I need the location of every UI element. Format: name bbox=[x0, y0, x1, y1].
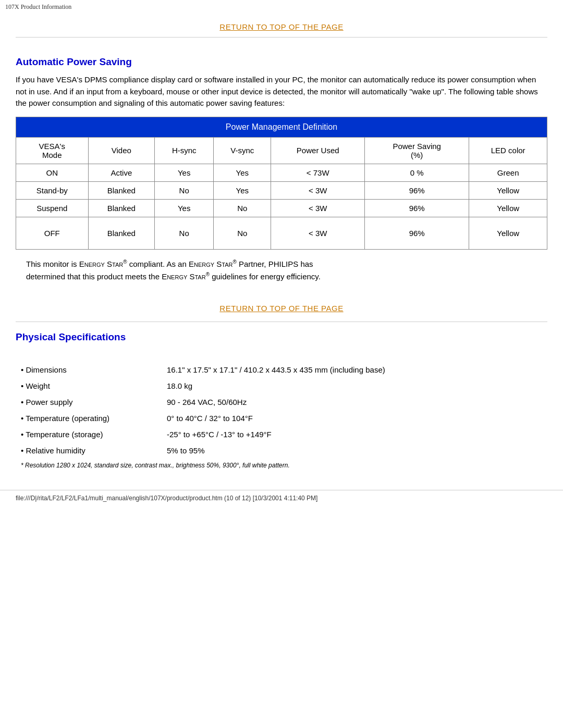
table-cell: Blanked bbox=[88, 181, 155, 199]
auto-power-saving-intro: If you have VESA's DPMS compliance displ… bbox=[16, 74, 547, 109]
energy-star-text: This monitor is Energy Star® compliant. … bbox=[26, 258, 547, 283]
col-header-power-saving: Power Saving(%) bbox=[365, 137, 469, 164]
col-header-led-color: LED color bbox=[469, 137, 547, 164]
col-header-mode: VESA'sMode bbox=[16, 137, 89, 164]
table-cell: OFF bbox=[16, 217, 89, 249]
specs-footnote: * Resolution 1280 x 1024, standard size,… bbox=[21, 462, 547, 469]
spec-value: -25° to +65°C / -13° to +149°F bbox=[162, 426, 547, 442]
spec-value: 90 - 264 VAC, 50/60Hz bbox=[162, 394, 547, 410]
table-cell: No bbox=[155, 217, 214, 249]
spec-label: • Weight bbox=[16, 378, 162, 394]
spec-value: 18.0 kg bbox=[162, 378, 547, 394]
table-cell: Blanked bbox=[88, 199, 155, 217]
table-cell: Active bbox=[88, 164, 155, 181]
spec-label: • Temperature (operating) bbox=[16, 410, 162, 426]
table-cell: Yellow bbox=[469, 199, 547, 217]
return-to-top-link-1[interactable]: RETURN TO TOP OF THE PAGE bbox=[219, 22, 343, 31]
table-cell: ON bbox=[16, 164, 89, 181]
physical-specifications-section: Physical Specifications • Dimensions16.1… bbox=[16, 331, 547, 469]
table-cell: < 3W bbox=[271, 217, 365, 249]
table-cell: No bbox=[214, 199, 271, 217]
table-cell: Stand-by bbox=[16, 181, 89, 199]
spec-label: • Relative humidity bbox=[16, 442, 162, 459]
table-cell: Suspend bbox=[16, 199, 89, 217]
col-header-video: Video bbox=[88, 137, 155, 164]
physical-specifications-title: Physical Specifications bbox=[16, 331, 547, 343]
automatic-power-saving-title: Automatic Power Saving bbox=[16, 56, 547, 68]
spec-value: 5% to 95% bbox=[162, 442, 547, 459]
spec-label: • Temperature (storage) bbox=[16, 426, 162, 442]
table-cell: Yellow bbox=[469, 181, 547, 199]
table-cell: 96% bbox=[365, 181, 469, 199]
spec-label: • Power supply bbox=[16, 394, 162, 410]
col-header-vsync: V-sync bbox=[214, 137, 271, 164]
physical-specs-table: • Dimensions16.1" x 17.5" x 17.1" / 410.… bbox=[16, 362, 547, 459]
table-cell: 0 % bbox=[365, 164, 469, 181]
table-cell: 96% bbox=[365, 199, 469, 217]
table-cell: Yes bbox=[214, 181, 271, 199]
power-management-table: Power Management Definition VESA'sMode V… bbox=[16, 117, 547, 250]
table-cell: Yes bbox=[155, 164, 214, 181]
col-header-hsync: H-sync bbox=[155, 137, 214, 164]
spec-label: • Dimensions bbox=[16, 362, 162, 378]
table-cell: < 3W bbox=[271, 181, 365, 199]
table-cell: 96% bbox=[365, 217, 469, 249]
browser-tab: 107X Product Information bbox=[0, 0, 563, 13]
table-cell: Blanked bbox=[88, 217, 155, 249]
table-cell: No bbox=[155, 181, 214, 199]
col-header-power-used: Power Used bbox=[271, 137, 365, 164]
table-cell: Yellow bbox=[469, 217, 547, 249]
return-to-top-link-2[interactable]: RETURN TO TOP OF THE PAGE bbox=[219, 304, 343, 313]
return-link-top-container: RETURN TO TOP OF THE PAGE bbox=[16, 18, 547, 38]
spec-value: 16.1" x 17.5" x 17.1" / 410.2 x 443.5 x … bbox=[162, 362, 547, 378]
table-cell: Yes bbox=[155, 199, 214, 217]
table-cell: < 3W bbox=[271, 199, 365, 217]
spec-value: 0° to 40°C / 32° to 104°F bbox=[162, 410, 547, 426]
table-cell: Green bbox=[469, 164, 547, 181]
table-main-header: Power Management Definition bbox=[16, 117, 547, 137]
return-link-bottom-container: RETURN TO TOP OF THE PAGE bbox=[16, 288, 547, 322]
footer-bar: file:///D|/rita/LF2/LF2/LFa1/multi_manua… bbox=[0, 490, 563, 504]
table-cell: < 73W bbox=[271, 164, 365, 181]
table-cell: Yes bbox=[214, 164, 271, 181]
table-cell: No bbox=[214, 217, 271, 249]
